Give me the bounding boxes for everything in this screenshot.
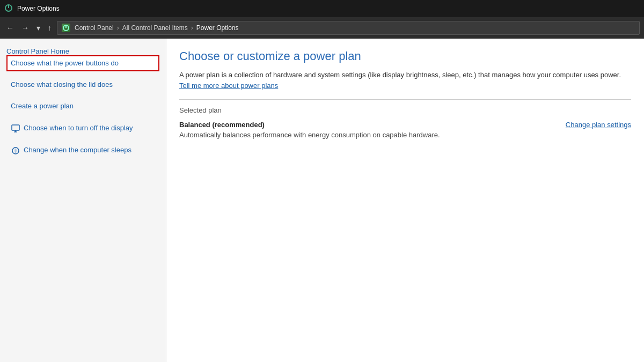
plan-description: Automatically balances performance with … (179, 131, 440, 139)
sidebar-item-power-buttons[interactable]: Choose what the power buttons do (6, 55, 159, 71)
sidebar-item-create-plan[interactable]: Create a power plan (6, 98, 159, 114)
sidebar-item-turn-off-display[interactable]: Choose when to turn off the display (6, 120, 159, 137)
section-label: Selected plan (179, 106, 631, 114)
sidebar-item-closing-lid-label: Choose what closing the lid does (11, 80, 155, 90)
tell-me-more-link[interactable]: Tell me more about power plans (179, 82, 278, 90)
content-area: Choose or customize a power plan A power… (166, 39, 644, 362)
path-control-panel[interactable]: Control Panel (75, 24, 114, 32)
sleep-icon (11, 146, 20, 156)
plan-info: Balanced (recommended) Automatically bal… (179, 121, 440, 139)
title-bar: Power Options (0, 0, 644, 17)
back-button[interactable]: ← (4, 23, 16, 33)
recent-button[interactable]: ▾ (34, 23, 42, 33)
path-all-items[interactable]: All Control Panel Items (122, 24, 188, 32)
sidebar: Control Panel Home Choose what the power… (0, 39, 166, 362)
content-title: Choose or customize a power plan (179, 49, 631, 63)
forward-button[interactable]: → (19, 23, 31, 33)
content-desc-text: A power plan is a collection of hardware… (179, 71, 621, 79)
address-bar: ← → ▾ ↑ Control Panel › All Control Pane… (0, 17, 644, 39)
path-icon (62, 24, 70, 32)
window-title: Power Options (17, 5, 60, 12)
content-description: A power plan is a collection of hardware… (179, 70, 631, 91)
up-button[interactable]: ↑ (46, 23, 54, 33)
svg-rect-4 (12, 125, 19, 130)
address-path[interactable]: Control Panel › All Control Panel Items … (57, 21, 640, 35)
section-divider (179, 99, 631, 100)
path-power-options[interactable]: Power Options (196, 24, 239, 32)
sidebar-item-power-buttons-label: Choose what the power buttons do (11, 58, 155, 68)
app-icon (4, 4, 13, 14)
sidebar-item-computer-sleeps[interactable]: Change when the computer sleeps (6, 142, 159, 159)
sidebar-item-closing-lid[interactable]: Choose what closing the lid does (6, 77, 159, 93)
main-layout: Control Panel Home Choose what the power… (0, 39, 644, 362)
selected-plan-label: Selected plan (179, 106, 222, 114)
change-plan-link[interactable]: Change plan settings (566, 121, 631, 129)
plan-name: Balanced (recommended) (179, 121, 440, 129)
display-icon (11, 124, 20, 134)
sidebar-item-create-plan-label: Create a power plan (11, 101, 155, 111)
sidebar-item-computer-sleeps-label: Change when the computer sleeps (24, 145, 155, 155)
sidebar-item-turn-off-display-label: Choose when to turn off the display (24, 123, 155, 133)
plan-row: Balanced (recommended) Automatically bal… (179, 121, 631, 139)
sidebar-home-link[interactable]: Control Panel Home (6, 47, 69, 55)
